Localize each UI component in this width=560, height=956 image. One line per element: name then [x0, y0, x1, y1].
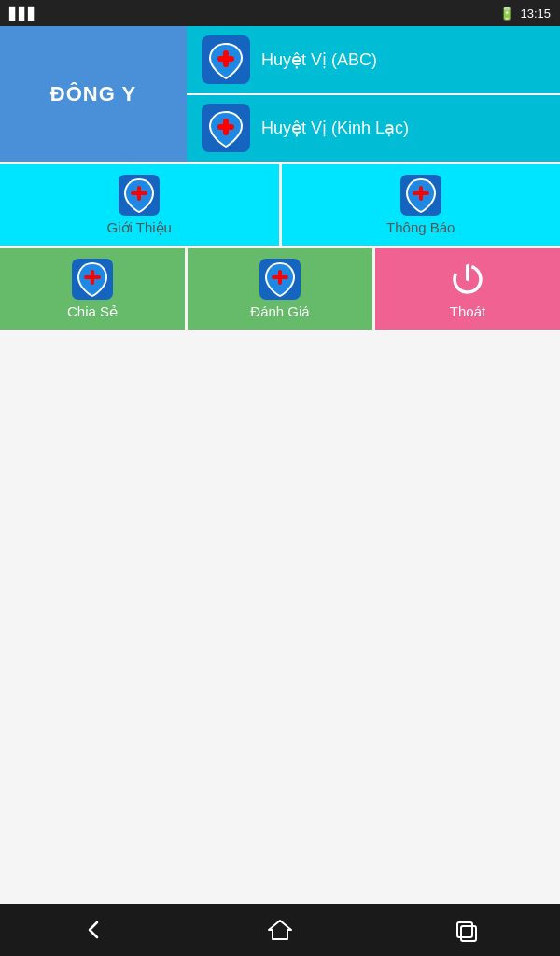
huyet-vi-abc-button[interactable]: Huyệt Vị (ABC)	[187, 26, 560, 95]
danh-gia-icon	[259, 259, 301, 300]
logo-cell: ĐÔNG Y	[0, 26, 187, 162]
svg-rect-8	[131, 191, 147, 195]
svg-marker-20	[269, 921, 291, 939]
back-icon	[80, 917, 106, 943]
recents-button[interactable]	[431, 909, 502, 950]
svg-rect-22	[461, 926, 476, 941]
app-logo-text: ĐÔNG Y	[50, 82, 136, 106]
clock: 13:15	[520, 7, 551, 21]
battery-icon: 🔋	[499, 7, 514, 21]
signal-icon: ▋▋▋	[9, 7, 37, 21]
gioi-thieu-button[interactable]: Giới Thiệu	[0, 164, 282, 246]
svg-rect-5	[217, 124, 234, 130]
thong-bao-label: Thông Báo	[386, 219, 455, 235]
danh-gia-button[interactable]: Đánh Giá	[188, 248, 375, 330]
huyet-vi-kinh-lac-button[interactable]: Huyệt Vị (Kinh Lạc)	[187, 95, 560, 162]
recents-icon	[454, 917, 480, 943]
home-icon	[267, 917, 293, 943]
svg-rect-14	[84, 275, 101, 279]
svg-rect-17	[272, 275, 288, 279]
danh-gia-label: Đánh Giá	[250, 303, 309, 319]
nav-bar	[0, 904, 560, 956]
gioi-thieu-label: Giới Thiệu	[107, 219, 172, 236]
huyet-vi-abc-label: Huyệt Vị (ABC)	[261, 49, 377, 70]
chia-se-button[interactable]: Chia Sẻ	[0, 248, 188, 330]
huyet-vi-kinh-lac-label: Huyệt Vị (Kinh Lạc)	[261, 118, 409, 138]
main-content: ĐÔNG Y Huyệt Vị (ABC)	[0, 26, 560, 904]
status-bar-right: 🔋 13:15	[499, 7, 551, 21]
gioi-thieu-icon	[119, 175, 160, 216]
svg-rect-11	[413, 191, 429, 195]
huyet-vi-column: Huyệt Vị (ABC) Huyệt Vị (Kinh Lạc)	[187, 26, 560, 162]
status-bar-left: ▋▋▋	[9, 7, 37, 21]
thong-bao-icon	[400, 175, 441, 216]
home-button[interactable]	[245, 909, 315, 950]
huyet-vi-abc-icon	[202, 35, 250, 84]
thoat-label: Thoát	[450, 303, 485, 319]
back-button[interactable]	[58, 909, 129, 950]
empty-space	[0, 330, 560, 904]
top-section: ĐÔNG Y Huyệt Vị (ABC)	[0, 26, 560, 162]
power-icon	[447, 259, 488, 300]
chia-se-icon	[72, 259, 113, 300]
thong-bao-button[interactable]: Thông Báo	[282, 164, 561, 246]
bottom-section: Chia Sẻ Đánh Giá Thoát	[0, 246, 560, 330]
middle-section: Giới Thiệu Thông Báo	[0, 162, 560, 246]
svg-rect-21	[457, 922, 472, 937]
huyet-vi-kinh-lac-icon	[202, 104, 250, 152]
chia-se-label: Chia Sẻ	[67, 303, 118, 320]
status-bar: ▋▋▋ 🔋 13:15	[0, 0, 560, 26]
thoat-button[interactable]: Thoát	[375, 248, 560, 330]
svg-rect-2	[217, 56, 234, 62]
